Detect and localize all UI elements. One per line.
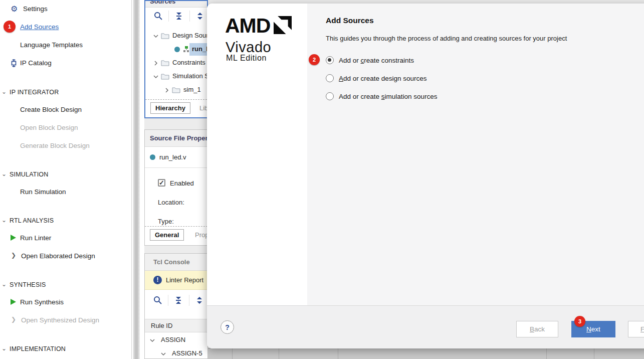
type-label: Type: <box>158 218 174 225</box>
table-column-divider <box>279 348 279 359</box>
run-icon <box>11 299 16 305</box>
sidebar-item-language-templates[interactable]: Language Templates <box>20 40 83 50</box>
rule-id-column-header[interactable]: Rule ID <box>145 319 207 332</box>
sidebar-section-ip-integrator[interactable]: IP INTEGRATOR <box>10 88 59 97</box>
sidebar-item-label: Open Block Design <box>20 124 78 131</box>
tab-general[interactable]: General <box>150 229 184 241</box>
vivado-logo-text: Vivado <box>226 40 271 55</box>
tree-row-constraints[interactable]: Constraints <box>145 56 207 70</box>
sidebar-item-add-sources[interactable]: Add Sources <box>20 22 59 32</box>
folder-icon <box>172 87 180 93</box>
sidebar-section-rtl-analysis[interactable]: RTL ANALYSIS <box>10 216 54 225</box>
radio-add-constraints[interactable]: Add or create constraints <box>326 55 414 66</box>
properties-panel-header: Source File Properties <box>145 130 207 147</box>
sidebar-item-label: Open Synthesized Design <box>21 316 99 324</box>
panel-title: Sources <box>150 0 208 5</box>
radio-add-simulation-sources[interactable]: Add or create simulation sources <box>326 91 438 102</box>
collapse-all-icon[interactable] <box>174 12 183 21</box>
module-icon <box>183 46 189 53</box>
tree-row-simulation-sources[interactable]: Simulation Sources <box>145 70 207 83</box>
chevron-down-icon[interactable] <box>153 34 158 39</box>
table-column-divider <box>338 348 338 359</box>
sidebar-item-label: Add Sources <box>20 23 59 31</box>
sidebar-item-run-simulation[interactable]: Run Simulation <box>20 187 66 197</box>
vivado-window: Settings ⚙ Add Sources Language Template… <box>0 0 644 359</box>
tree-row-assign[interactable]: ASSIGN <box>145 333 207 347</box>
amd-arrow-icon <box>274 16 292 34</box>
chevron-down-icon[interactable] <box>150 338 155 343</box>
notice-label: Linter Report <box>166 276 203 284</box>
radio-button-icon[interactable] <box>326 74 334 82</box>
ml-edition-text: ML Edition <box>226 54 267 63</box>
selected-file-row[interactable]: run_led.v <box>145 147 207 168</box>
sidebar-item-settings[interactable]: Settings <box>23 4 48 14</box>
radio-label: Add or create simulation sources <box>339 93 438 100</box>
sidebar-item-open-elaborated-design[interactable]: Open Elaborated Design <box>21 251 95 261</box>
chevron-down-icon[interactable]: ⌄ <box>2 170 7 177</box>
tab-tcl-console[interactable]: Tcl Console <box>153 258 208 266</box>
sidebar-scrollbar[interactable] <box>133 0 140 359</box>
back-button[interactable]: Back <box>516 321 558 337</box>
radio-button-icon[interactable] <box>326 56 334 64</box>
tree-label: ASSIGN-5 <box>172 349 202 357</box>
folder-icon <box>161 60 169 66</box>
sidebar-item-run-synthesis[interactable]: Run Synthesis <box>20 297 64 307</box>
sidebar-item-label: Run Synthesis <box>20 298 64 306</box>
sidebar-item-generate-block-design: Generate Block Design <box>20 141 90 151</box>
question-mark-icon: ? <box>225 323 230 331</box>
tab-properties[interactable]: Properties <box>195 231 208 239</box>
collapse-all-icon[interactable] <box>174 296 183 305</box>
sidebar-item-ip-catalog[interactable]: IP Catalog <box>20 58 52 68</box>
folder-icon <box>161 73 169 80</box>
sources-panel: Sources Design Sources run_led.v <box>144 0 208 118</box>
radio-button-icon[interactable] <box>326 92 334 100</box>
sidebar-item-create-block-design[interactable]: Create Block Design <box>20 105 82 115</box>
expand-all-icon[interactable] <box>195 296 204 305</box>
tab-label: General <box>155 231 179 239</box>
tcl-console-panel: Tcl Console ! Linter Report Rule ID ASSI… <box>144 253 208 359</box>
step-badge-1: 1 <box>4 21 16 33</box>
tree-row-design-sources[interactable]: Design Sources <box>145 29 207 43</box>
tree-row-run-led[interactable]: run_led.v <box>145 43 207 56</box>
enabled-checkbox[interactable]: ✓ <box>158 179 165 187</box>
tab-hierarchy[interactable]: Hierarchy <box>150 102 190 114</box>
sidebar-item-label: Run Simulation <box>20 188 66 196</box>
chevron-right-icon[interactable]: ❯ <box>11 252 16 259</box>
toolbar-separator <box>168 11 169 22</box>
chevron-right-icon[interactable] <box>164 88 169 93</box>
sidebar-section-implementation[interactable]: IMPLEMENTATION <box>10 344 66 353</box>
ip-catalog-icon <box>10 59 18 67</box>
chevron-right-icon[interactable] <box>153 61 158 66</box>
chevron-down-icon[interactable] <box>161 351 166 356</box>
chevron-down-icon[interactable]: ⌄ <box>2 217 7 224</box>
help-button[interactable]: ? <box>221 320 234 334</box>
sidebar-item-open-block-design: Open Block Design <box>20 123 78 133</box>
sidebar-section-simulation[interactable]: SIMULATION <box>10 170 48 179</box>
tree-label: Design Sources <box>172 32 208 39</box>
section-title: RTL ANALYSIS <box>10 217 54 224</box>
chevron-down-icon[interactable] <box>153 74 158 79</box>
finish-button[interactable]: Finish <box>628 321 644 337</box>
panel-resize-handle[interactable] <box>145 226 207 227</box>
radio-add-design-sources[interactable]: Add or create design sources <box>326 73 427 84</box>
chevron-down-icon[interactable]: ⌄ <box>2 281 7 288</box>
chevron-down-icon[interactable]: ⌄ <box>2 345 7 352</box>
linter-report-notice[interactable]: ! Linter Report <box>145 271 207 290</box>
step-badge-2: 2 <box>309 54 320 65</box>
search-icon[interactable] <box>153 296 162 305</box>
chevron-down-icon[interactable]: ⌄ <box>2 88 7 95</box>
expand-all-icon[interactable] <box>195 12 204 21</box>
chevron-right-icon: ❯ <box>11 316 16 323</box>
exclamation-icon: ! <box>153 276 162 284</box>
flow-navigator-sidebar: Settings ⚙ Add Sources Language Template… <box>0 0 131 359</box>
enabled-label: Enabled <box>170 180 194 187</box>
toolbar-separator <box>168 295 168 306</box>
panel-resize-handle[interactable] <box>145 99 207 100</box>
tree-row-sim-1[interactable]: sim_1 <box>145 83 207 97</box>
folder-icon <box>161 33 169 39</box>
tree-row-assign-5[interactable]: ASSIGN-5 <box>145 347 207 359</box>
search-icon[interactable] <box>154 12 163 21</box>
sidebar-section-synthesis[interactable]: SYNTHESIS <box>10 280 46 289</box>
sidebar-item-run-linter[interactable]: Run Linter <box>20 233 51 243</box>
tree-label: sim_1 <box>183 86 201 93</box>
